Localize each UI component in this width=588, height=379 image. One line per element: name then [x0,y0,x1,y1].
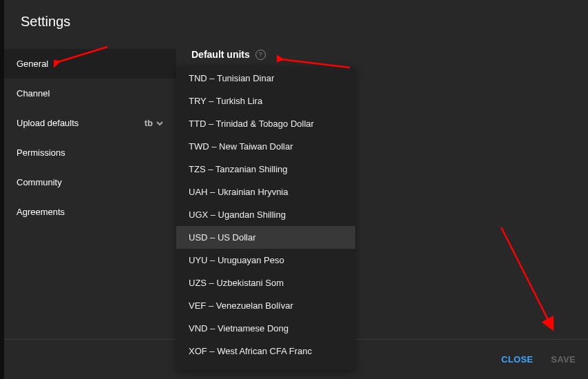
chevron-down-icon [156,119,164,127]
settings-modal: Settings GeneralChannelUpload defaultstb… [4,0,588,379]
sidebar-item-label: Community [17,177,62,187]
currency-dropdown-panel[interactable]: TND – Tunisian DinarTRY – Turkish LiraTT… [176,67,355,370]
currency-option[interactable]: UAH – Ukrainian Hryvnia [176,181,355,203]
currency-option[interactable]: VEF – Venezuelan Bolívar [176,294,355,317]
sidebar-item-permissions[interactable]: Permissions [4,138,176,167]
currency-option[interactable]: UGX – Ugandan Shilling [176,203,355,226]
sidebar-item-label: General [17,59,48,69]
sidebar-item-agreements[interactable]: Agreements [4,197,176,227]
currency-option[interactable]: TND – Tunisian Dinar [176,67,355,90]
currency-option[interactable]: TWD – New Taiwan Dollar [176,135,355,158]
page-title: Settings [21,14,571,30]
sidebar-item-label: Upload defaults [17,118,78,128]
help-icon[interactable]: ? [255,50,266,60]
main-panel: Default units ? TND – Tunisian DinarTRY … [176,39,588,379]
sidebar-item-channel[interactable]: Channel [4,79,176,108]
currency-option[interactable]: USD – US Dollar [176,226,355,249]
currency-option[interactable]: UYU – Uruguayan Peso [176,249,355,272]
sidebar-item-upload-defaults[interactable]: Upload defaultstb [4,108,176,138]
currency-option[interactable]: UZS – Uzbekistani Som [176,272,355,294]
sidebar-item-label: Channel [17,88,50,99]
currency-option[interactable]: XOF – West African CFA Franc [176,340,355,362]
settings-sidebar: GeneralChannelUpload defaultstbPermissio… [4,39,176,379]
sidebar-item-label: Permissions [17,147,65,158]
sidebar-item-community[interactable]: Community [4,167,176,197]
currency-option[interactable]: TZS – Tanzanian Shilling [176,158,355,181]
currency-option[interactable]: YER – Yemeni Rial [176,362,355,370]
section-heading: Default units ? [191,49,585,60]
currency-option[interactable]: TRY – Turkish Lira [176,90,355,112]
close-button[interactable]: CLOSE [501,354,533,365]
currency-option[interactable]: VND – Vietnamese Dong [176,317,355,340]
sidebar-item-general[interactable]: General [4,49,176,79]
modal-body: GeneralChannelUpload defaultstbPermissio… [4,39,588,379]
modal-header: Settings [4,0,588,39]
sidebar-item-label: Agreements [17,207,65,217]
save-button[interactable]: SAVE [551,354,576,365]
tubebuddy-icon: tb [145,118,153,128]
section-title: Default units [191,49,250,60]
currency-option[interactable]: TTD – Trinidad & Tobago Dollar [176,112,355,135]
